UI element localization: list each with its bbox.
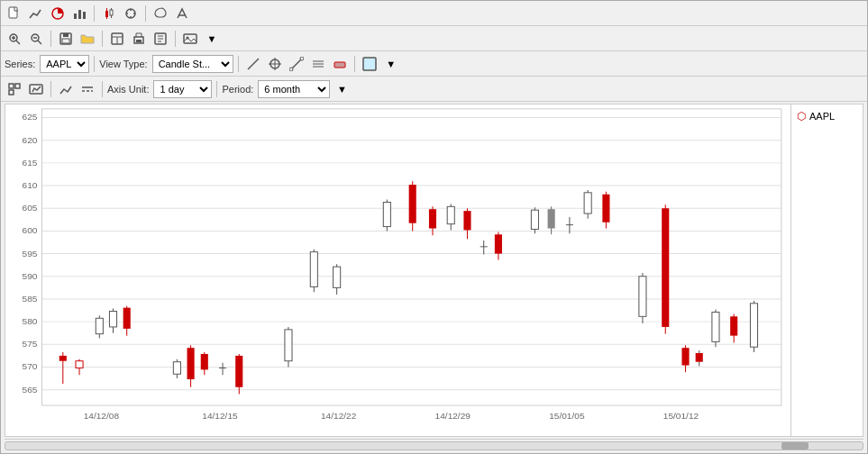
toolbar-row-2: ▼ <box>1 26 867 51</box>
image-dropdown-btn[interactable]: ▼ <box>202 29 222 49</box>
svg-rect-51 <box>15 84 20 88</box>
svg-text:605: 605 <box>23 203 38 213</box>
series-select[interactable]: AAPL <box>40 55 89 73</box>
svg-rect-141 <box>639 277 646 317</box>
chart-area[interactable]: 625 620 615 610 605 600 595 <box>5 104 790 436</box>
svg-text:565: 565 <box>23 385 38 395</box>
svg-rect-48 <box>334 62 345 68</box>
legend-panel: ⬡ AAPL <box>790 104 863 436</box>
svg-rect-137 <box>584 193 591 213</box>
app-container: ▼ Series: AAPL View Type: Candle St... L… <box>0 0 868 454</box>
new-doc-btn[interactable] <box>5 4 24 23</box>
svg-text:625: 625 <box>23 113 38 123</box>
image-btn[interactable] <box>180 29 200 49</box>
background-btn[interactable] <box>360 54 379 74</box>
svg-rect-109 <box>235 356 242 387</box>
svg-text:585: 585 <box>23 294 38 304</box>
svg-line-18 <box>16 41 20 44</box>
svg-rect-91 <box>59 356 67 361</box>
svg-line-42 <box>291 59 302 69</box>
save-btn[interactable] <box>56 29 76 49</box>
sep3 <box>50 31 51 47</box>
sep2 <box>145 5 146 22</box>
svg-rect-101 <box>173 362 180 375</box>
svg-rect-31 <box>136 40 142 42</box>
svg-rect-103 <box>187 348 195 379</box>
arrow-btn[interactable] <box>172 4 192 23</box>
series-label: Series: <box>5 59 35 69</box>
svg-rect-147 <box>696 353 703 362</box>
svg-rect-49 <box>363 58 376 70</box>
viewtype-select[interactable]: Candle St... Line Bar Area <box>152 55 233 73</box>
zoom-in-btn[interactable] <box>5 29 24 49</box>
chart-props-btn[interactable] <box>26 79 46 99</box>
period-select[interactable]: 1 month 3 month 6 month 1 year 2 year <box>258 80 330 98</box>
svg-rect-25 <box>63 33 69 37</box>
eraser-tool[interactable] <box>330 54 350 74</box>
scrollbar-thumb[interactable] <box>781 442 809 449</box>
sep5 <box>175 31 176 47</box>
export-btn[interactable] <box>151 29 170 49</box>
bar-chart-btn[interactable] <box>69 4 89 23</box>
crosshair-tool[interactable] <box>265 54 285 74</box>
svg-rect-113 <box>310 252 317 287</box>
period-dropdown-btn[interactable]: ▼ <box>332 79 352 99</box>
svg-text:610: 610 <box>23 180 38 190</box>
viewtype-label: View Type: <box>99 59 147 69</box>
svg-text:14/12/29: 14/12/29 <box>435 411 471 421</box>
chart-type-btn[interactable] <box>48 4 68 23</box>
line-cross-tool[interactable] <box>287 54 306 74</box>
svg-rect-119 <box>409 185 416 223</box>
svg-rect-4 <box>83 12 86 19</box>
svg-rect-123 <box>447 206 454 223</box>
bg-dropdown-btn[interactable]: ▼ <box>381 54 401 74</box>
prop-btn[interactable] <box>5 79 24 99</box>
svg-text:575: 575 <box>23 339 38 349</box>
svg-line-22 <box>38 41 41 44</box>
sep11 <box>216 81 217 97</box>
draw-line-tool[interactable] <box>243 54 263 74</box>
svg-rect-145 <box>681 348 689 365</box>
svg-rect-56 <box>5 104 790 436</box>
svg-rect-3 <box>78 10 81 19</box>
zoom-out-btn[interactable] <box>26 29 46 49</box>
svg-rect-0 <box>9 7 17 18</box>
svg-text:15/01/12: 15/01/12 <box>663 411 699 421</box>
scrollbar-area <box>5 439 863 451</box>
chart-line-btn[interactable] <box>26 4 46 23</box>
toolbar-row-4: Axis Unit: 1 day 1 week 1 month Period: … <box>1 77 867 102</box>
svg-rect-26 <box>62 39 69 43</box>
svg-text:580: 580 <box>23 316 38 326</box>
indicator-list-tool[interactable] <box>308 54 328 74</box>
svg-text:14/12/08: 14/12/08 <box>84 411 120 421</box>
line-style-btn[interactable] <box>56 79 76 99</box>
svg-rect-50 <box>9 84 14 88</box>
toolbar-row-3: Series: AAPL View Type: Candle St... Lin… <box>1 51 867 77</box>
svg-rect-153 <box>750 304 757 347</box>
sep6 <box>94 56 95 72</box>
svg-rect-97 <box>109 312 116 327</box>
indicator-btn[interactable] <box>121 4 141 23</box>
line-type-btn[interactable] <box>78 79 97 99</box>
svg-rect-95 <box>96 318 103 333</box>
scrollbar-track[interactable] <box>5 441 863 450</box>
svg-rect-129 <box>495 234 502 253</box>
tool-btn[interactable] <box>151 4 170 23</box>
svg-rect-93 <box>76 361 83 368</box>
axis-select[interactable]: 1 day 1 week 1 month <box>153 80 212 98</box>
template-btn[interactable] <box>107 29 127 49</box>
svg-rect-131 <box>531 210 538 229</box>
svg-text:14/12/15: 14/12/15 <box>202 411 238 421</box>
svg-rect-133 <box>548 209 555 228</box>
svg-text:14/12/22: 14/12/22 <box>321 411 356 421</box>
svg-rect-52 <box>9 90 14 95</box>
svg-rect-105 <box>201 354 208 369</box>
folder-btn[interactable] <box>78 29 97 49</box>
svg-text:620: 620 <box>23 135 38 145</box>
svg-text:615: 615 <box>23 158 38 168</box>
print-btn[interactable] <box>129 29 149 49</box>
svg-line-38 <box>248 59 259 69</box>
svg-text:600: 600 <box>23 226 38 236</box>
svg-text:570: 570 <box>23 362 38 372</box>
candle-btn[interactable] <box>99 4 119 23</box>
